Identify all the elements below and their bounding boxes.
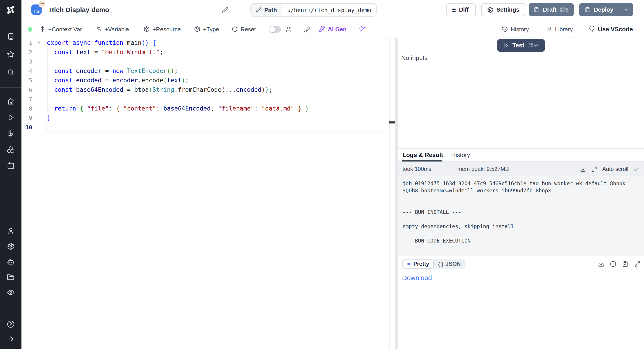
path-label: Path (264, 7, 277, 13)
reset-button[interactable]: Reset (232, 20, 256, 38)
pencil-icon (256, 7, 261, 13)
logs-output: job=01912d75-163d-8204-47c9-5469c516cb1e… (398, 176, 644, 255)
active-tab-underline (402, 160, 442, 162)
tab-logs-result[interactable]: Logs & Result (402, 149, 443, 162)
pen-nib-icon: ✒ (407, 261, 411, 266)
line-number: 5 (22, 76, 32, 85)
line-number: 6 (22, 85, 32, 94)
add-variable-label: +Variable (105, 26, 129, 33)
folders-icon[interactable] (7, 273, 14, 281)
help-icon[interactable] (7, 320, 14, 328)
diff-label: Diff (459, 6, 468, 13)
json-label: JSON (446, 261, 461, 267)
panel-splitter[interactable] (395, 38, 398, 349)
info-icon[interactable] (610, 261, 616, 267)
result-tabs: Logs & Result History (398, 148, 644, 162)
line-number: 9 (22, 113, 32, 123)
deploy-button-group: Deploy (579, 3, 634, 16)
line-number: 7 (22, 94, 32, 104)
plus-minus-icon: ± (452, 6, 456, 13)
pretty-view-button[interactable]: ✒ Pretty (402, 259, 434, 268)
format-brush-icon[interactable] (304, 20, 310, 38)
resources-boxes-icon[interactable] (7, 146, 14, 153)
run-panel: Test ⌘↵ No inputs Logs & Result History … (398, 38, 644, 349)
use-vscode-label: Use VScode (598, 26, 633, 33)
pretty-label: Pretty (413, 261, 429, 267)
draft-label: Draft (543, 6, 556, 13)
deploy-dropdown-button[interactable] (619, 3, 634, 16)
download-logs-icon[interactable] (580, 166, 586, 172)
multiplayer-users-icon[interactable] (286, 20, 292, 38)
library-button[interactable]: Library (546, 20, 573, 38)
code-line: } (47, 113, 50, 123)
test-button[interactable]: Test ⌘↵ (497, 39, 546, 52)
add-resource-button[interactable]: +Resource (144, 20, 181, 38)
user-avatar (38, 1, 45, 8)
download-result-icon[interactable] (598, 261, 604, 267)
path-edit-segment[interactable]: Path (251, 4, 282, 16)
expand-sidebar-arrow-icon[interactable] (7, 335, 14, 343)
fold-chevron-icon[interactable] (36, 40, 41, 45)
download-link[interactable]: Download (402, 274, 432, 281)
settings-button[interactable]: Settings (481, 3, 525, 16)
gear-icon (487, 7, 493, 13)
settings-label: Settings (496, 6, 520, 13)
fullscreen-result-icon[interactable] (634, 261, 640, 267)
no-inputs-text: No inputs (401, 54, 428, 61)
variables-dollar-icon[interactable] (7, 129, 14, 137)
path-field[interactable]: Path u/henri/rich_display_demo (250, 3, 377, 17)
ai-gen-button[interactable]: AI Gen (319, 20, 346, 38)
add-context-var-button[interactable]: +Context Var (39, 20, 82, 38)
script-title: Rich Display demo (49, 6, 109, 14)
overview-cursor-marker (389, 121, 395, 124)
autoscroll-check-icon[interactable] (634, 166, 640, 172)
user-icon[interactable] (7, 227, 14, 235)
code-line: const encoded = encoder.encode(text); (47, 76, 189, 85)
json-view-button[interactable]: { } JSON (434, 259, 464, 268)
tab-history[interactable]: History (451, 149, 470, 162)
windmill-logo-icon[interactable] (6, 5, 16, 15)
line-number: 1 (22, 38, 32, 48)
library-icon (546, 26, 552, 32)
play-icon (503, 43, 509, 48)
add-type-button[interactable]: +Type (194, 20, 219, 38)
expand-logs-icon[interactable] (591, 166, 597, 172)
line-number: 3 (22, 57, 32, 66)
line-number: 4 (22, 66, 32, 76)
diff-button[interactable]: ± Diff (446, 3, 476, 16)
code-editor[interactable]: 12345678910 export async function main()… (22, 38, 395, 349)
home-icon[interactable] (7, 98, 14, 105)
draft-button[interactable]: Draft ⌘S (528, 3, 574, 16)
path-value[interactable]: u/henri/rich_display_demo (282, 4, 376, 16)
runs-play-icon[interactable] (7, 114, 14, 121)
sparkles-icon[interactable] (359, 20, 366, 38)
dollar-icon (96, 26, 102, 32)
search-icon[interactable] (7, 69, 14, 76)
history-button[interactable]: History (502, 20, 529, 38)
status-dot (28, 27, 32, 32)
logs-text: job=01912d75-163d-8204-47c9-5469c516cb1e… (402, 180, 640, 244)
workers-robot-icon[interactable] (7, 258, 14, 266)
settings-gear-icon[interactable] (7, 242, 14, 250)
draft-shortcut: ⌘S (560, 7, 569, 13)
deploy-button[interactable]: Deploy (579, 3, 619, 16)
schedules-calendar-icon[interactable] (7, 162, 14, 170)
add-variable-button[interactable]: +Variable (96, 20, 129, 38)
code-line: export async function main() { (47, 38, 156, 48)
audit-eye-icon[interactable] (7, 289, 14, 296)
edit-summary-pencil-icon[interactable] (222, 7, 228, 13)
sidebar (0, 0, 22, 349)
use-vscode-button[interactable]: Use VScode (588, 20, 633, 38)
braces-icon: { } (438, 261, 443, 267)
workspace-icon[interactable] (7, 33, 14, 40)
result-section: ✒ Pretty { } JSON Download (398, 255, 644, 349)
favorites-star-icon[interactable] (7, 51, 14, 58)
vscode-cat-icon (588, 26, 595, 33)
multiplayer-toggle[interactable] (269, 26, 281, 33)
copy-clipboard-icon[interactable] (622, 261, 628, 267)
rotate-icon (232, 26, 238, 32)
test-shortcut: ⌘↵ (528, 42, 539, 49)
package-icon (144, 26, 150, 32)
add-type-label: +Type (203, 26, 219, 33)
code-line: return { "file": { "content": base64Enco… (47, 104, 309, 113)
